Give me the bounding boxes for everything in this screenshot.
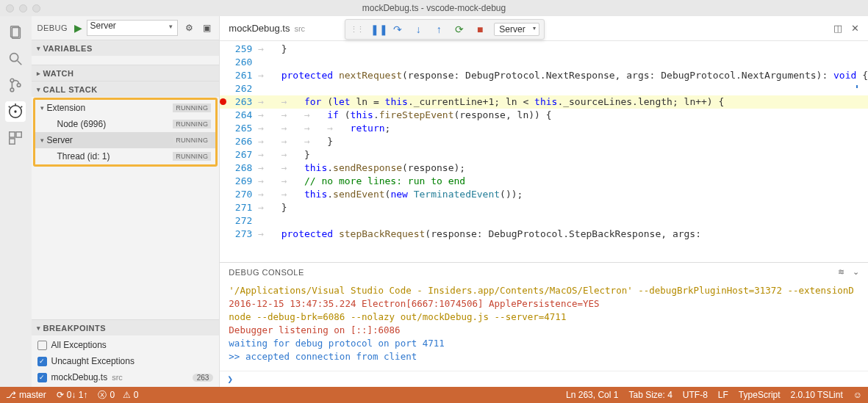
svg-rect-13: [16, 132, 21, 137]
debug-toolbar[interactable]: ⋮⋮ ❚❚ ↷ ↓ ↑ ⟳ ■ Server: [345, 19, 544, 40]
code-line[interactable]: 265→ → → → return;: [220, 122, 868, 135]
breakpoint-row[interactable]: ✓Uncaught Exceptions: [37, 353, 214, 369]
svg-point-2: [10, 54, 18, 62]
debug-sidebar: DEBUG ▶ Server ⚙ ▣ ▾VARIABLES ▸WATCH ▾CA…: [32, 16, 220, 387]
callstack-row[interactable]: Thread (id: 1)RUNNING: [35, 148, 216, 164]
problems-item[interactable]: ⓧ 0 ⚠ 0: [98, 389, 138, 402]
svg-point-6: [18, 84, 21, 87]
tab-size[interactable]: Tab Size: 4: [628, 390, 672, 400]
svg-rect-14: [10, 139, 15, 144]
code-line[interactable]: 269→ → // no more lines: run to end: [220, 175, 868, 188]
debug-console-header[interactable]: DEBUG CONSOLE ≋ ⌄: [220, 262, 868, 281]
svg-point-8: [15, 111, 16, 112]
debug-icon[interactable]: [5, 101, 26, 122]
code-editor[interactable]: 259→ }260261→ protected nextRequest(resp…: [220, 41, 868, 262]
restart-icon[interactable]: ⟳: [453, 23, 466, 35]
breakpoint-row[interactable]: ✓mockDebug.tssrc263: [37, 369, 214, 385]
svg-point-4: [10, 79, 14, 82]
explorer-icon[interactable]: [5, 22, 26, 43]
debug-console-input[interactable]: ❯: [220, 371, 868, 387]
svg-point-5: [10, 88, 14, 92]
step-out-icon[interactable]: ↑: [432, 23, 445, 35]
breakpoint-row[interactable]: All Exceptions: [37, 337, 214, 353]
start-debug-button[interactable]: ▶: [74, 22, 82, 34]
console-line: Debugger listening on [::]:6086: [229, 324, 859, 337]
gear-icon[interactable]: ⚙: [182, 23, 196, 33]
callstack-row[interactable]: ▾ServerRUNNING: [35, 132, 216, 148]
console-line: node --debug-brk=6086 --nolazy out/mockD…: [229, 311, 859, 324]
callstack-row[interactable]: Node (6996)RUNNING: [35, 116, 216, 132]
console-line: 2016-12-15 13:47:35.224 Electron[6667:10…: [229, 297, 859, 311]
code-line[interactable]: 263→ → for (let ln = this._currentLine+1…: [220, 95, 868, 109]
code-line[interactable]: 267→ → }: [220, 148, 868, 161]
editor-tabbar: mockDebug.ts src ⋮⋮ ❚❚ ↷ ↓ ↑ ⟳ ■ Server …: [220, 16, 868, 41]
window-titlebar: mockDebug.ts - vscode-mock-debug: [0, 0, 868, 16]
window-title: mockDebug.ts - vscode-mock-debug: [362, 3, 506, 13]
encoding[interactable]: UTF-8: [683, 390, 708, 400]
drag-grip-icon[interactable]: ⋮⋮: [350, 25, 363, 35]
console-line: '/Applications/Visual Studio Code - Insi…: [229, 284, 859, 297]
collapse-console-icon[interactable]: ⌄: [853, 267, 860, 277]
activity-bar: [0, 16, 32, 387]
code-line[interactable]: 262: [220, 82, 868, 95]
code-line[interactable]: 259→ }: [220, 43, 868, 56]
callstack-header[interactable]: ▾CALL STACK: [32, 81, 220, 97]
callstack-row[interactable]: ▾ExtensionRUNNING: [35, 100, 216, 116]
variables-header[interactable]: ▾VARIABLES: [32, 40, 220, 56]
language-mode[interactable]: TypeScript: [739, 390, 781, 400]
status-bar: ⎇ master ⟳ 0↓ 1↑ ⓧ 0 ⚠ 0 Ln 263, Col 1 T…: [0, 387, 868, 403]
traffic-close[interactable]: [6, 4, 14, 12]
stop-icon[interactable]: ■: [473, 23, 487, 35]
traffic-min[interactable]: [19, 4, 27, 12]
pause-icon[interactable]: ❚❚: [370, 23, 384, 35]
svg-line-11: [21, 106, 23, 108]
search-icon[interactable]: [5, 48, 26, 69]
code-line[interactable]: 264→ → → if (this.fireStepEvent(response…: [220, 109, 868, 122]
code-line[interactable]: 261→ protected nextRequest(response: Deb…: [220, 69, 868, 82]
console-line: >> accepted connection from client: [229, 350, 859, 363]
svg-line-3: [18, 61, 22, 65]
step-over-icon[interactable]: ↷: [391, 23, 404, 35]
code-line[interactable]: 273→ protected stepBackRequest(response:…: [220, 228, 868, 241]
sidebar-title: DEBUG: [37, 23, 70, 32]
code-line[interactable]: 268→ → this.sendResponse(response);: [220, 161, 868, 175]
code-line[interactable]: 272: [220, 214, 868, 228]
step-into-icon[interactable]: ↓: [412, 23, 425, 35]
code-line[interactable]: 271→ }: [220, 201, 868, 214]
breakpoints-header[interactable]: ▾BREAKPOINTS: [32, 319, 220, 335]
console-line: waiting for debug protocol on port 4711: [229, 337, 859, 350]
tslint[interactable]: 2.0.10 TSLint: [791, 390, 843, 400]
code-line[interactable]: 266→ → → }: [220, 135, 868, 148]
sync-item[interactable]: ⟳ 0↓ 1↑: [57, 390, 88, 400]
clear-console-icon[interactable]: ≋: [838, 267, 845, 277]
debug-console-icon[interactable]: ▣: [200, 23, 213, 33]
split-editor-icon[interactable]: ◫: [833, 23, 842, 34]
extensions-icon[interactable]: [5, 128, 26, 148]
feedback-icon[interactable]: ☺: [853, 390, 862, 400]
code-line[interactable]: 270→ → this.sendEvent(new TerminatedEven…: [220, 188, 868, 201]
cursor-pos[interactable]: Ln 263, Col 1: [566, 390, 618, 400]
debug-session-select[interactable]: Server: [494, 23, 539, 36]
svg-line-10: [9, 106, 10, 108]
debug-config-select[interactable]: Server: [87, 20, 179, 36]
svg-rect-12: [10, 132, 15, 137]
watch-header[interactable]: ▸WATCH: [32, 65, 220, 81]
debug-console-output[interactable]: '/Applications/Visual Studio Code - Insi…: [220, 281, 868, 371]
eol[interactable]: LF: [718, 390, 728, 400]
traffic-max[interactable]: [32, 4, 40, 12]
close-editor-icon[interactable]: ✕: [851, 23, 859, 34]
callstack-list: ▾ExtensionRUNNINGNode (6996)RUNNING▾Serv…: [33, 98, 218, 167]
editor-tab[interactable]: mockDebug.ts src: [229, 23, 305, 34]
code-line[interactable]: 260: [220, 56, 868, 69]
scm-icon[interactable]: [5, 75, 26, 95]
branch-item[interactable]: ⎇ master: [6, 390, 46, 400]
